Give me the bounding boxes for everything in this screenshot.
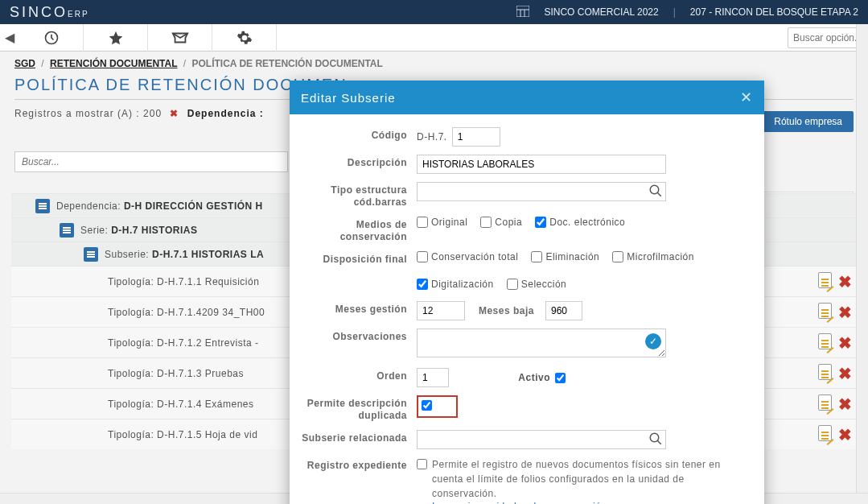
delete-icon[interactable]: ✖	[838, 364, 852, 383]
breadcrumb-current: POLÍTICA DE RETENCIÓN DOCUMENTAL	[192, 58, 383, 69]
label-tipo-estructura: Tipo estructura cód.barras	[298, 182, 417, 209]
edit-icon[interactable]	[818, 272, 832, 291]
delete-icon[interactable]: ✖	[838, 425, 852, 444]
codigo-input[interactable]	[452, 127, 500, 147]
label-activo: Activo	[454, 372, 550, 383]
label-orden: Orden	[298, 368, 417, 382]
rotulo-empresa-button[interactable]: Rótulo empresa	[763, 111, 854, 132]
edit-icon[interactable]	[818, 425, 832, 444]
project-label[interactable]: 207 - RINCON DEL BOSQUE ETAPA 2	[690, 6, 858, 18]
label-permite-dup: Permite descripción duplicada	[298, 395, 417, 422]
filter-dep-label: Dependencia :	[187, 108, 264, 119]
company-label[interactable]: SINCO COMERCIAL 2022	[544, 6, 658, 18]
chk-microfilmacion[interactable]	[612, 251, 623, 262]
chk-activo[interactable]	[555, 373, 566, 383]
node-label: Dependencia: D-H DIRECCIÓN GESTIÓN H	[56, 200, 263, 212]
svg-rect-0	[516, 6, 529, 17]
app-topbar: SINCOERP SINCO COMERCIAL 2022 | 207 - RI…	[0, 0, 868, 24]
node-label: Serie: D-H.7 HISTORIAS	[80, 225, 197, 236]
tree-search-input[interactable]	[14, 151, 288, 172]
edit-icon[interactable]	[818, 333, 832, 353]
brand-sub: ERP	[68, 10, 89, 19]
chk-eliminacion[interactable]	[531, 251, 542, 262]
svg-rect-12	[87, 254, 95, 255]
check-circle-icon[interactable]: ✓	[645, 333, 661, 349]
label-medios: Medios de conservación	[298, 217, 417, 243]
text-doc-elec: Doc. electrónico	[549, 217, 625, 228]
delete-icon[interactable]: ✖	[838, 333, 852, 353]
text-original: Original	[431, 217, 467, 228]
descripcion-input[interactable]	[417, 155, 666, 174]
link-unidades-conservacion[interactable]: Ir a pagina unidades de conservación	[432, 501, 738, 504]
folder-icon	[60, 223, 74, 238]
node-label: Tipología: D-H.7.1.5 Hoja de vid	[108, 429, 257, 440]
orden-input[interactable]	[417, 368, 449, 387]
svg-rect-9	[63, 229, 71, 231]
registro-exp-text: Permite el registro de nuevos documentos…	[432, 457, 738, 501]
subserie-relacionada-input[interactable]	[417, 430, 666, 449]
label-codigo: Código	[298, 127, 417, 142]
delete-icon[interactable]: ✖	[838, 395, 852, 414]
label-observaciones: Observaciones	[298, 328, 417, 343]
meses-baja-input[interactable]	[545, 301, 582, 320]
back-button[interactable]: ◀	[0, 30, 19, 45]
tipo-estructura-input[interactable]	[417, 182, 666, 201]
breadcrumb-sgd[interactable]: SGD	[14, 58, 35, 69]
edit-icon[interactable]	[818, 303, 832, 322]
close-icon[interactable]: ✕	[740, 89, 753, 106]
brand-logo: SINCOERP	[10, 4, 89, 21]
observaciones-textarea[interactable]	[417, 328, 666, 357]
label-disposicion: Disposición final	[298, 251, 417, 266]
node-label: Tipología: D-H.7.1.1 Requisición	[108, 276, 259, 287]
text-eliminacion: Eliminación	[545, 251, 599, 262]
svg-line-15	[657, 192, 661, 196]
node-label: Tipología: D-H.7.1.4 Exámenes	[108, 399, 253, 410]
chk-doc-electronico[interactable]	[535, 217, 546, 228]
topbar-separator: |	[673, 6, 676, 18]
inbox-button[interactable]	[148, 24, 212, 52]
node-label: Subserie: D-H.7.1 HISTORIAS LA	[105, 249, 264, 260]
settings-button[interactable]	[212, 24, 277, 52]
modal-header: Editar Subserie ✕	[290, 81, 764, 114]
search-icon[interactable]	[648, 184, 663, 201]
chk-digitalizacion[interactable]	[417, 279, 428, 290]
clear-filter-icon[interactable]: ✖	[170, 108, 179, 119]
svg-rect-5	[39, 203, 47, 204]
text-cons-total: Conservación total	[431, 251, 518, 262]
delete-icon[interactable]: ✖	[838, 272, 852, 291]
edit-icon[interactable]	[818, 395, 832, 414]
text-copia: Copia	[495, 217, 522, 228]
chk-seleccion[interactable]	[507, 279, 518, 290]
chk-original[interactable]	[417, 217, 428, 228]
highlight-box	[417, 395, 458, 418]
codigo-prefix: D-H.7.	[417, 131, 447, 143]
node-label: Tipología: D-H.7.1.3 Pruebas	[108, 368, 244, 379]
svg-rect-6	[39, 205, 47, 207]
reports-icon[interactable]	[516, 6, 529, 19]
delete-icon[interactable]: ✖	[838, 303, 852, 322]
recent-button[interactable]	[19, 24, 84, 52]
label-registro-exp: Registro expediente	[298, 457, 417, 472]
folder-icon	[35, 199, 50, 213]
chk-conservacion-total[interactable]	[417, 251, 428, 262]
svg-rect-7	[39, 208, 47, 209]
meses-gestion-input[interactable]	[417, 301, 465, 320]
chk-copia[interactable]	[480, 217, 492, 228]
favorites-button[interactable]	[84, 24, 148, 52]
text-microfilm: Microfilmación	[627, 251, 694, 262]
svg-line-17	[657, 440, 661, 444]
label-meses-gestion: Meses gestión	[298, 301, 417, 316]
label-subserie-rel: Subserie relacionada	[298, 430, 417, 444]
text-seleccion: Selección	[521, 279, 567, 290]
edit-icon[interactable]	[818, 364, 832, 383]
text-digitalizacion: Digitalización	[431, 279, 494, 290]
label-descripcion: Descripción	[298, 155, 417, 169]
filter-count-label: Registros a mostrar (A) :	[14, 108, 140, 119]
chk-permite-duplicada[interactable]	[422, 400, 432, 411]
vertical-scrollbar[interactable]	[856, 24, 868, 504]
brand-main: SINCO	[10, 4, 68, 20]
chk-registro-expediente[interactable]	[417, 459, 427, 469]
search-icon[interactable]	[648, 432, 663, 449]
filter-count-value: 200	[143, 108, 162, 119]
breadcrumb-retencion[interactable]: RETENCIÓN DOCUMENTAL	[50, 58, 177, 69]
